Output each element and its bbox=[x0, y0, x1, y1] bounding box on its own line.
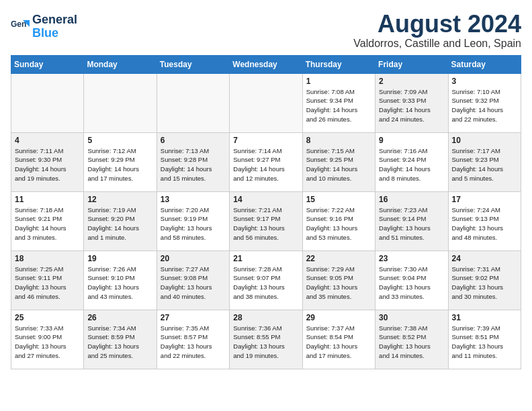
day-info: Sunrise: 7:39 AM Sunset: 8:51 PM Dayligh… bbox=[452, 324, 517, 361]
day-info: Sunrise: 7:14 AM Sunset: 9:27 PM Dayligh… bbox=[233, 146, 298, 183]
day-info: Sunrise: 7:18 AM Sunset: 9:21 PM Dayligh… bbox=[15, 205, 80, 242]
logo-icon: Gen bbox=[11, 17, 30, 36]
day-info: Sunrise: 7:19 AM Sunset: 9:20 PM Dayligh… bbox=[87, 205, 152, 242]
logo: Gen General Blue bbox=[11, 13, 77, 40]
day-number: 23 bbox=[379, 254, 444, 263]
day-number: 6 bbox=[161, 136, 226, 145]
day-info: Sunrise: 7:11 AM Sunset: 9:30 PM Dayligh… bbox=[15, 146, 80, 183]
title-block: August 2024 Valdorros, Castille and Leon… bbox=[353, 11, 521, 50]
day-number: 29 bbox=[306, 313, 371, 322]
table-row: 21Sunrise: 7:28 AM Sunset: 9:07 PM Dayli… bbox=[230, 250, 302, 310]
table-row: 13Sunrise: 7:20 AM Sunset: 9:19 PM Dayli… bbox=[157, 191, 229, 250]
table-row: 23Sunrise: 7:30 AM Sunset: 9:04 PM Dayli… bbox=[375, 250, 448, 310]
day-number: 4 bbox=[15, 136, 80, 145]
calendar-table: Sunday Monday Tuesday Wednesday Thursday… bbox=[11, 55, 521, 369]
table-row: 9Sunrise: 7:16 AM Sunset: 9:24 PM Daylig… bbox=[375, 132, 448, 191]
day-number: 17 bbox=[452, 195, 517, 204]
day-info: Sunrise: 7:25 AM Sunset: 9:11 PM Dayligh… bbox=[15, 265, 80, 302]
day-number: 31 bbox=[452, 313, 517, 322]
table-row: 28Sunrise: 7:36 AM Sunset: 8:55 PM Dayli… bbox=[230, 310, 302, 369]
month-year: August 2024 bbox=[353, 11, 521, 38]
table-row: 30Sunrise: 7:38 AM Sunset: 8:52 PM Dayli… bbox=[375, 310, 448, 369]
day-number: 12 bbox=[87, 195, 152, 204]
table-row: 31Sunrise: 7:39 AM Sunset: 8:51 PM Dayli… bbox=[448, 310, 521, 369]
table-row: 15Sunrise: 7:22 AM Sunset: 9:16 PM Dayli… bbox=[302, 191, 375, 250]
table-row: 26Sunrise: 7:34 AM Sunset: 8:59 PM Dayli… bbox=[84, 310, 157, 369]
table-row: 11Sunrise: 7:18 AM Sunset: 9:21 PM Dayli… bbox=[11, 191, 84, 250]
day-number: 2 bbox=[379, 77, 444, 86]
day-number: 24 bbox=[452, 254, 517, 263]
table-row: 7Sunrise: 7:14 AM Sunset: 9:27 PM Daylig… bbox=[230, 132, 302, 191]
table-row bbox=[11, 73, 84, 132]
calendar-week-row: 25Sunrise: 7:33 AM Sunset: 9:00 PM Dayli… bbox=[11, 310, 521, 369]
table-row: 29Sunrise: 7:37 AM Sunset: 8:54 PM Dayli… bbox=[302, 310, 375, 369]
day-info: Sunrise: 7:23 AM Sunset: 9:14 PM Dayligh… bbox=[379, 205, 444, 242]
header-monday: Monday bbox=[84, 55, 157, 73]
table-row: 22Sunrise: 7:29 AM Sunset: 9:05 PM Dayli… bbox=[302, 250, 375, 310]
header-wednesday: Wednesday bbox=[230, 55, 302, 73]
table-row: 8Sunrise: 7:15 AM Sunset: 9:25 PM Daylig… bbox=[302, 132, 375, 191]
table-row: 20Sunrise: 7:27 AM Sunset: 9:08 PM Dayli… bbox=[157, 250, 229, 310]
calendar-week-row: 4Sunrise: 7:11 AM Sunset: 9:30 PM Daylig… bbox=[11, 132, 521, 191]
table-row: 10Sunrise: 7:17 AM Sunset: 9:23 PM Dayli… bbox=[448, 132, 521, 191]
table-row: 19Sunrise: 7:26 AM Sunset: 9:10 PM Dayli… bbox=[84, 250, 157, 310]
day-info: Sunrise: 7:20 AM Sunset: 9:19 PM Dayligh… bbox=[161, 205, 226, 242]
calendar-week-row: 18Sunrise: 7:25 AM Sunset: 9:11 PM Dayli… bbox=[11, 250, 521, 310]
day-number: 27 bbox=[161, 313, 226, 322]
day-number: 9 bbox=[379, 136, 444, 145]
day-info: Sunrise: 7:24 AM Sunset: 9:13 PM Dayligh… bbox=[452, 205, 517, 242]
table-row: 2Sunrise: 7:09 AM Sunset: 9:33 PM Daylig… bbox=[375, 73, 448, 132]
day-number: 28 bbox=[233, 313, 298, 322]
day-info: Sunrise: 7:28 AM Sunset: 9:07 PM Dayligh… bbox=[233, 265, 298, 302]
day-info: Sunrise: 7:08 AM Sunset: 9:34 PM Dayligh… bbox=[306, 87, 371, 124]
day-number: 16 bbox=[379, 195, 444, 204]
day-number: 25 bbox=[15, 313, 80, 322]
table-row: 12Sunrise: 7:19 AM Sunset: 9:20 PM Dayli… bbox=[84, 191, 157, 250]
table-row: 27Sunrise: 7:35 AM Sunset: 8:57 PM Dayli… bbox=[157, 310, 229, 369]
table-row: 14Sunrise: 7:21 AM Sunset: 9:17 PM Dayli… bbox=[230, 191, 302, 250]
day-info: Sunrise: 7:16 AM Sunset: 9:24 PM Dayligh… bbox=[379, 146, 444, 183]
day-info: Sunrise: 7:37 AM Sunset: 8:54 PM Dayligh… bbox=[306, 324, 371, 361]
day-number: 22 bbox=[306, 254, 371, 263]
day-info: Sunrise: 7:36 AM Sunset: 8:55 PM Dayligh… bbox=[233, 324, 298, 361]
day-info: Sunrise: 7:15 AM Sunset: 9:25 PM Dayligh… bbox=[306, 146, 371, 183]
day-info: Sunrise: 7:27 AM Sunset: 9:08 PM Dayligh… bbox=[161, 265, 226, 302]
day-number: 30 bbox=[379, 313, 444, 322]
day-number: 18 bbox=[15, 254, 80, 263]
day-number: 13 bbox=[161, 195, 226, 204]
table-row bbox=[230, 73, 302, 132]
calendar-week-row: 11Sunrise: 7:18 AM Sunset: 9:21 PM Dayli… bbox=[11, 191, 521, 250]
day-info: Sunrise: 7:38 AM Sunset: 8:52 PM Dayligh… bbox=[379, 324, 444, 361]
day-info: Sunrise: 7:35 AM Sunset: 8:57 PM Dayligh… bbox=[161, 324, 226, 361]
day-number: 26 bbox=[87, 313, 152, 322]
logo-name: General Blue bbox=[32, 13, 77, 40]
day-number: 1 bbox=[306, 77, 371, 86]
table-row: 5Sunrise: 7:12 AM Sunset: 9:29 PM Daylig… bbox=[84, 132, 157, 191]
table-row: 25Sunrise: 7:33 AM Sunset: 9:00 PM Dayli… bbox=[11, 310, 84, 369]
day-number: 5 bbox=[87, 136, 152, 145]
day-number: 8 bbox=[306, 136, 371, 145]
table-row: 24Sunrise: 7:31 AM Sunset: 9:02 PM Dayli… bbox=[448, 250, 521, 310]
day-info: Sunrise: 7:12 AM Sunset: 9:29 PM Dayligh… bbox=[87, 146, 152, 183]
day-info: Sunrise: 7:21 AM Sunset: 9:17 PM Dayligh… bbox=[233, 205, 298, 242]
header-friday: Friday bbox=[375, 55, 448, 73]
page-header: Gen General Blue August 2024 Valdorros, … bbox=[11, 11, 521, 50]
header-saturday: Saturday bbox=[448, 55, 521, 73]
header-thursday: Thursday bbox=[302, 55, 375, 73]
day-number: 15 bbox=[306, 195, 371, 204]
table-row: 6Sunrise: 7:13 AM Sunset: 9:28 PM Daylig… bbox=[157, 132, 229, 191]
calendar-week-row: 1Sunrise: 7:08 AM Sunset: 9:34 PM Daylig… bbox=[11, 73, 521, 132]
day-info: Sunrise: 7:13 AM Sunset: 9:28 PM Dayligh… bbox=[161, 146, 226, 183]
day-info: Sunrise: 7:17 AM Sunset: 9:23 PM Dayligh… bbox=[452, 146, 517, 183]
header-tuesday: Tuesday bbox=[157, 55, 229, 73]
day-number: 19 bbox=[87, 254, 152, 263]
day-info: Sunrise: 7:22 AM Sunset: 9:16 PM Dayligh… bbox=[306, 205, 371, 242]
day-number: 10 bbox=[452, 136, 517, 145]
day-number: 11 bbox=[15, 195, 80, 204]
day-number: 20 bbox=[161, 254, 226, 263]
table-row bbox=[84, 73, 157, 132]
day-info: Sunrise: 7:09 AM Sunset: 9:33 PM Dayligh… bbox=[379, 87, 444, 124]
location: Valdorros, Castille and Leon, Spain bbox=[353, 38, 521, 50]
table-row: 18Sunrise: 7:25 AM Sunset: 9:11 PM Dayli… bbox=[11, 250, 84, 310]
day-info: Sunrise: 7:26 AM Sunset: 9:10 PM Dayligh… bbox=[87, 265, 152, 302]
